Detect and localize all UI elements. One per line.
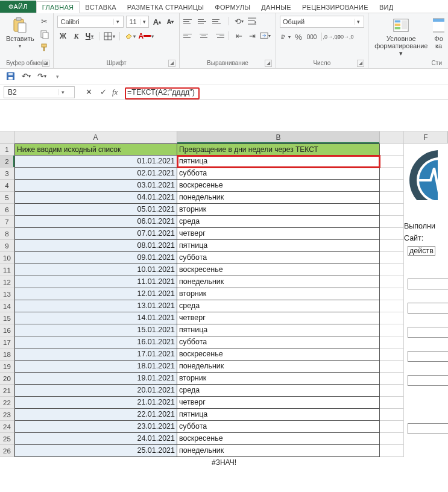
cell[interactable] — [380, 373, 404, 385]
row-header[interactable]: 23 — [0, 409, 14, 421]
font-size-input[interactable] — [127, 18, 140, 25]
cell-date[interactable]: 13.01.2021 — [14, 300, 177, 312]
cell-date[interactable]: 18.01.2021 — [14, 361, 177, 373]
row-header[interactable]: 18 — [0, 348, 14, 361]
row-header[interactable]: 19 — [0, 361, 14, 373]
increase-decimal-icon[interactable]: ,0→,00 — [326, 31, 337, 42]
dialog-launcher-icon[interactable]: ◢ — [357, 60, 364, 67]
cell-date[interactable]: 05.01.2021 — [14, 204, 177, 216]
font-name-combo[interactable]: ▾ — [57, 16, 124, 28]
number-format-combo[interactable]: ▾ — [280, 16, 364, 28]
cell-weekday[interactable]: пятница — [177, 156, 380, 168]
row-header[interactable]: 3 — [0, 168, 14, 180]
underline-button[interactable]: Ч▾ — [84, 31, 95, 42]
cell[interactable] — [380, 433, 404, 445]
increase-font-icon[interactable]: A▴ — [151, 16, 162, 27]
cell-date[interactable]: 01.01.2021 — [14, 156, 177, 168]
cell-weekday[interactable]: вторник — [177, 373, 380, 385]
row-header[interactable]: 24 — [0, 421, 14, 433]
cell[interactable] — [380, 252, 404, 264]
cell-weekday[interactable]: суббота — [177, 421, 380, 433]
percent-format-icon[interactable]: % — [293, 31, 304, 42]
cell[interactable] — [380, 156, 404, 168]
row-header[interactable]: 7 — [0, 216, 14, 228]
cut-icon[interactable]: ✂ — [39, 16, 50, 27]
decrease-indent-icon[interactable]: ⇤ — [233, 30, 244, 41]
cell-date[interactable]: 20.01.2021 — [14, 385, 177, 397]
formula-input[interactable] — [124, 87, 448, 98]
cell-weekday[interactable]: суббота — [177, 168, 380, 180]
cell-weekday[interactable]: понедельник — [177, 192, 380, 204]
font-size-combo[interactable]: ▾ — [126, 16, 149, 28]
cell-weekday[interactable]: четверг — [177, 228, 380, 240]
cell-date[interactable]: 23.01.2021 — [14, 421, 177, 433]
orientation-icon[interactable]: ⟲▾ — [233, 16, 244, 27]
dialog-launcher-icon[interactable]: ◢ — [265, 60, 272, 67]
right-input-2[interactable] — [408, 303, 448, 314]
cell[interactable] — [380, 240, 404, 252]
cell[interactable] — [380, 312, 404, 324]
cell[interactable] — [380, 264, 404, 276]
cell-date[interactable]: 22.01.2021 — [14, 409, 177, 421]
cell-date[interactable]: 02.01.2021 — [14, 168, 177, 180]
cell[interactable] — [380, 276, 404, 288]
cell-weekday[interactable]: пятница — [177, 324, 380, 336]
cell-weekday[interactable]: воскресенье — [177, 264, 380, 276]
cell[interactable] — [380, 397, 404, 409]
right-input-4[interactable] — [408, 351, 448, 362]
row-header[interactable]: 2 — [0, 156, 14, 168]
cell-date[interactable]: 08.01.2021 — [14, 240, 177, 252]
cell[interactable] — [380, 168, 404, 180]
cell-date[interactable]: 17.01.2021 — [14, 348, 177, 361]
name-box-input[interactable] — [4, 88, 58, 96]
row-header[interactable]: 1 — [0, 144, 14, 156]
col-header-a[interactable]: A — [14, 131, 177, 144]
right-text-3[interactable]: действ — [408, 246, 435, 256]
merge-cells-icon[interactable]: ▾ — [260, 30, 271, 41]
align-bottom-icon[interactable] — [212, 16, 224, 26]
cell-weekday[interactable]: пятница — [177, 409, 380, 421]
cell-date[interactable]: 06.01.2021 — [14, 216, 177, 228]
row-header[interactable]: 22 — [0, 397, 14, 409]
spreadsheet-grid[interactable]: A B F 1 Ниже вводим исходный список Прев… — [0, 131, 448, 457]
row-header[interactable]: 5 — [0, 192, 14, 204]
dialog-launcher-icon[interactable]: ◢ — [42, 60, 49, 67]
cell-weekday[interactable]: среда — [177, 216, 380, 228]
cell-weekday[interactable]: четверг — [177, 397, 380, 409]
row-header[interactable]: 16 — [0, 324, 14, 336]
tab-formulas[interactable]: ФОРМУЛЫ — [209, 2, 256, 13]
cell-weekday[interactable]: воскресенье — [177, 180, 380, 192]
tab-insert[interactable]: ВСТАВКА — [80, 2, 121, 13]
cell-date[interactable]: 03.01.2021 — [14, 180, 177, 192]
cell-date[interactable]: 24.01.2021 — [14, 433, 177, 445]
chevron-down-icon[interactable]: ▾ — [354, 19, 362, 25]
number-format-input[interactable] — [280, 18, 354, 25]
fill-color-button[interactable]: ▾ — [124, 31, 136, 42]
tab-home[interactable]: ГЛАВНАЯ — [36, 1, 80, 13]
col-header-gap[interactable] — [380, 131, 404, 144]
row-header[interactable]: 13 — [0, 288, 14, 300]
cell[interactable] — [380, 324, 404, 336]
cancel-formula-icon[interactable]: ✕ — [83, 87, 94, 98]
align-left-icon[interactable] — [183, 31, 195, 40]
undo-icon[interactable]: ↶ ▾ — [21, 71, 31, 82]
cell-date[interactable]: 07.01.2021 — [14, 228, 177, 240]
borders-button[interactable]: ▾ — [104, 31, 115, 42]
tab-page-layout[interactable]: РАЗМЕТКА СТРАНИЦЫ — [122, 2, 210, 13]
name-box[interactable]: ▾ — [4, 86, 75, 98]
cell-date[interactable]: 14.01.2021 — [14, 312, 177, 324]
cell-weekday[interactable]: вторник — [177, 288, 380, 300]
cell[interactable] — [380, 204, 404, 216]
decrease-font-icon[interactable]: A▾ — [165, 16, 175, 27]
cell[interactable] — [380, 228, 404, 240]
enter-formula-icon[interactable]: ✓ — [98, 87, 109, 98]
cell[interactable] — [380, 361, 404, 373]
row-header[interactable]: 20 — [0, 373, 14, 385]
cell[interactable] — [380, 348, 404, 361]
cell[interactable] — [380, 144, 404, 156]
header-cell-a[interactable]: Ниже вводим исходный список — [14, 144, 177, 156]
chevron-down-icon[interactable]: ▾ — [58, 89, 67, 95]
align-center-icon[interactable] — [198, 31, 210, 40]
right-input-6[interactable] — [408, 423, 448, 434]
cell-weekday[interactable]: суббота — [177, 252, 380, 264]
